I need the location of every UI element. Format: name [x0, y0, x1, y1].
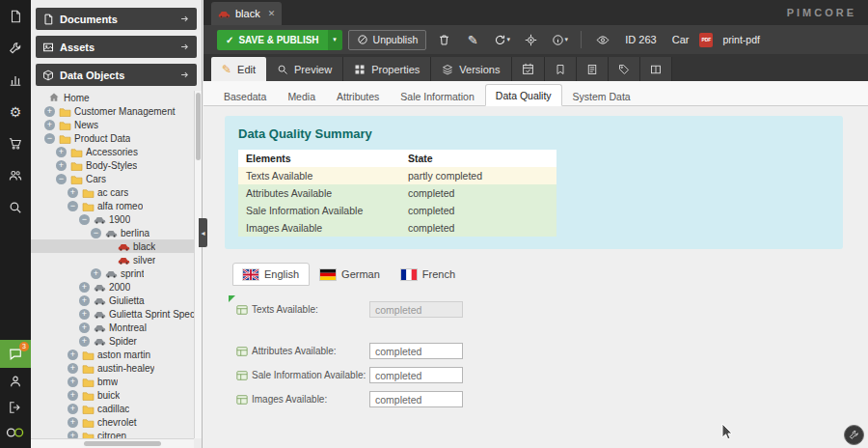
scrollbar-thumb[interactable] — [196, 93, 201, 160]
chat-button[interactable]: 3 — [0, 340, 31, 368]
subtab-basedata[interactable]: Basedata — [213, 85, 277, 106]
tab-edit[interactable]: ✎ Edit — [211, 57, 266, 81]
tree-item-black[interactable]: black — [31, 239, 194, 253]
tab-schedule[interactable] — [512, 57, 545, 81]
language-tab-french[interactable]: French — [391, 263, 466, 286]
tree-item-gulietta-sprint-specia[interactable]: +Gulietta Sprint Specia... — [31, 307, 194, 321]
tree-item-aston-martin[interactable]: +aston martin — [31, 348, 194, 361]
tree-item-body-styles[interactable]: +Body-Styles — [31, 158, 194, 172]
collapse-icon[interactable]: − — [56, 174, 67, 184]
collapse-icon[interactable]: − — [79, 214, 90, 225]
tree-item-buick[interactable]: +buick — [31, 388, 194, 402]
tab-preview[interactable]: Preview — [266, 57, 343, 81]
subtab-system-data[interactable]: System Data — [562, 85, 641, 106]
expand-icon[interactable]: + — [68, 187, 78, 198]
info-button[interactable]: ▾ — [548, 29, 571, 50]
expand-icon[interactable]: + — [68, 390, 78, 401]
expand-icon[interactable]: + — [79, 295, 90, 306]
expand-icon[interactable]: + — [44, 120, 55, 130]
accordion-data-objects[interactable]: Data Objects — [36, 64, 197, 86]
tab-dependencies[interactable] — [640, 57, 672, 81]
settings-gear-icon[interactable]: ⚙ — [0, 103, 31, 121]
tree-item-citroen[interactable]: +citroen — [31, 429, 194, 438]
open-preview-button[interactable] — [591, 29, 614, 50]
panel-collapse-handle[interactable]: ◂ — [199, 218, 207, 247]
tree-item-spider[interactable]: +Spider — [31, 334, 194, 348]
tree-item-ac-cars[interactable]: +ac cars — [31, 185, 194, 199]
field-input-texts-available[interactable] — [369, 301, 463, 318]
accordion-documents[interactable]: Documents — [36, 8, 197, 30]
subtab-media[interactable]: Media — [277, 85, 326, 106]
tree-item-chevrolet[interactable]: +chevrolet — [31, 415, 194, 429]
tree-item-news[interactable]: +News — [31, 118, 194, 131]
field-input-sale-information-available[interactable] — [369, 367, 463, 383]
tree-item-giulietta[interactable]: +Giulietta — [31, 294, 194, 307]
expand-icon[interactable]: + — [68, 417, 78, 428]
expand-icon[interactable]: + — [44, 106, 55, 117]
tree-item-2000[interactable]: +2000 — [31, 280, 194, 294]
rename-button[interactable]: ✎ — [461, 29, 484, 50]
cart-icon[interactable] — [0, 135, 31, 153]
tab-black[interactable]: black ✕ — [211, 2, 282, 25]
field-input-attributes-available[interactable] — [369, 343, 463, 359]
tab-notes[interactable] — [577, 57, 609, 81]
collapse-icon[interactable]: − — [68, 201, 78, 211]
tree-item-berlina[interactable]: −berlina — [31, 226, 194, 239]
search-icon[interactable] — [0, 199, 31, 216]
expand-icon[interactable]: + — [56, 160, 67, 171]
subtab-sale-information[interactable]: Sale Information — [390, 85, 484, 106]
expand-icon[interactable]: + — [91, 268, 101, 279]
field-input-images-available[interactable] — [369, 391, 463, 407]
tree-item-home[interactable]: Home — [31, 91, 194, 104]
save-dropdown-caret[interactable]: ▾ — [328, 30, 342, 50]
tree-item-accessories[interactable]: +Accessories — [31, 145, 194, 158]
tab-versions[interactable]: Versions — [431, 57, 511, 81]
expand-icon[interactable]: + — [68, 350, 78, 360]
tree-item-sprint[interactable]: +sprint — [31, 266, 194, 280]
print-pdf-label[interactable]: print-pdf — [722, 34, 760, 45]
logout-button[interactable] — [0, 394, 31, 420]
tree-item-customer-management[interactable]: +Customer Management — [31, 104, 194, 118]
subtab-data-quality[interactable]: Data Quality — [485, 84, 562, 106]
accordion-assets[interactable]: Assets — [36, 36, 197, 58]
expand-icon[interactable]: + — [79, 336, 90, 347]
expand-icon[interactable]: + — [79, 282, 90, 293]
tree-item-austin-healey[interactable]: +austin-healey — [31, 361, 194, 375]
collapse-icon[interactable]: − — [44, 133, 55, 144]
tree-item-cadillac[interactable]: +cadillac — [31, 402, 194, 415]
tab-bookmark[interactable] — [545, 57, 577, 81]
close-icon[interactable]: ✕ — [268, 9, 276, 18]
tools-icon[interactable] — [0, 40, 31, 57]
language-tab-english[interactable]: English — [232, 263, 310, 286]
scrollbar-thumb[interactable] — [84, 441, 161, 446]
tools-fab-button[interactable] — [844, 425, 864, 445]
expand-icon[interactable]: + — [56, 147, 67, 157]
expand-icon[interactable]: + — [68, 363, 78, 374]
language-tab-german[interactable]: German — [310, 263, 391, 286]
reload-button[interactable]: ▾ — [490, 29, 513, 50]
expand-icon[interactable]: + — [68, 377, 78, 387]
tree-item-product-data[interactable]: −Product Data — [31, 131, 194, 145]
unpublish-button[interactable]: Unpublish — [348, 30, 427, 50]
subtab-attributes[interactable]: Attributes — [326, 85, 390, 106]
tab-tags[interactable] — [609, 57, 640, 81]
file-icon[interactable] — [0, 8, 31, 25]
expand-icon[interactable]: + — [79, 309, 90, 320]
customers-icon[interactable] — [0, 167, 31, 184]
tree-vertical-scrollbar[interactable] — [194, 91, 202, 438]
delete-button[interactable] — [432, 29, 455, 50]
tree-item-alfa-romeo[interactable]: −alfa romeo — [31, 199, 194, 212]
locate-in-tree-button[interactable] — [519, 29, 542, 50]
tree-item-1900[interactable]: −1900 — [31, 212, 194, 226]
user-button[interactable] — [0, 368, 31, 394]
expand-icon[interactable]: + — [68, 404, 78, 414]
collapse-icon[interactable]: − — [91, 228, 101, 238]
statistics-icon[interactable] — [0, 71, 31, 89]
tree-horizontal-scrollbar[interactable] — [31, 438, 194, 448]
expand-icon[interactable]: + — [68, 431, 78, 439]
tree-item-bmw[interactable]: +bmw — [31, 375, 194, 388]
tree-item-silver[interactable]: silver — [31, 253, 194, 266]
save-publish-button[interactable]: ✓SAVE & PUBLISH ▾ — [217, 30, 342, 50]
expand-icon[interactable]: + — [79, 322, 90, 333]
tree-item-montreal[interactable]: +Montreal — [31, 321, 194, 334]
